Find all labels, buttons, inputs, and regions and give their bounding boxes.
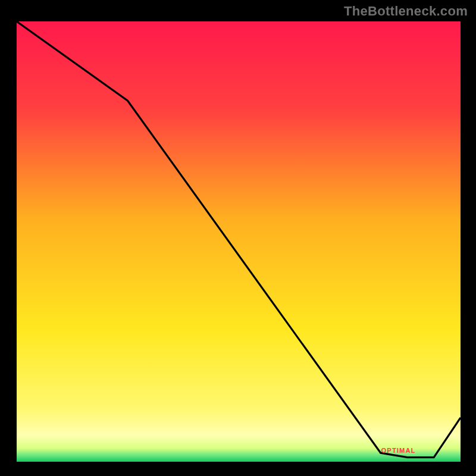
- chart-svg: OPTIMAL: [17, 21, 461, 462]
- chart-frame: TheBottleneck.com OPTIMAL: [0, 0, 476, 476]
- watermark-text: TheBottleneck.com: [344, 4, 468, 19]
- gradient-background: [17, 21, 461, 462]
- plot-area: OPTIMAL: [17, 21, 461, 462]
- optimal-label: OPTIMAL: [381, 447, 416, 454]
